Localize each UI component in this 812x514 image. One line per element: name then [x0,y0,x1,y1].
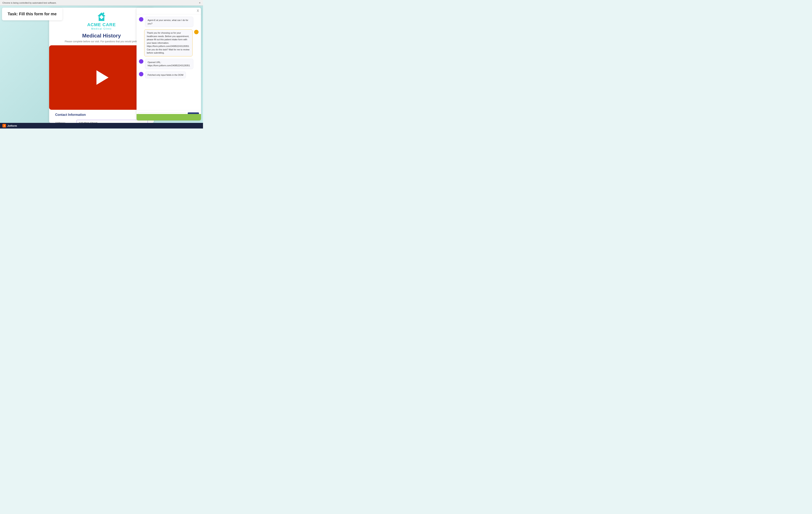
chat-panel: X Agent-E at your service, what can I do… [137,8,201,120]
chat-message-3: Opened URL: https://form.jotform.com/240… [139,59,199,69]
chat-bubble-3: Opened URL: https://form.jotform.com/240… [145,59,193,69]
chat-bubble-2: Thank you for choosing us for your healt… [144,29,193,56]
bottom-bar: J Jotform [0,123,203,128]
agent-avatar-1 [139,17,143,22]
jotform-logo: J Jotform [2,124,17,127]
user-avatar-2 [194,30,199,34]
jotform-text: Jotform [7,124,17,127]
task-title: Task: Fill this form for me [8,12,57,16]
agent-avatar-3 [139,59,143,64]
agent-avatar-4 [139,72,143,76]
chat-message-1: Agent-E at your service, what can I do f… [139,17,199,27]
chrome-close-button[interactable]: × [199,1,201,4]
main-area: Task: Fill this form for me ACME CARE Me… [0,6,203,128]
logo-subtitle: Medical Clinic [91,27,112,30]
chat-message-4: Fetched only input fields in the DOM [139,72,199,79]
logo-brand: ACME CARE [87,22,116,27]
svg-rect-2 [100,16,103,18]
form-subtitle: Please complete before our visit. For qu… [55,40,148,43]
address-label: Address: [55,120,73,123]
jotform-icon: J [2,124,6,127]
chat-header: X [137,8,201,14]
chrome-automation-bar: Chrome is being controlled by automated … [0,0,203,6]
submit-bar [137,114,201,120]
chat-bubble-1: Agent-E at your service, what can I do f… [145,17,193,27]
chat-bubble-4: Fetched only input fields in the DOM [145,72,186,79]
logo-area: ACME CARE Medical Clinic [55,12,148,30]
form-title: Medical History [55,33,148,39]
contact-section-title: Contact Information [55,113,148,117]
chat-close-button[interactable]: X [197,9,199,12]
task-panel: Task: Fill this form for me [2,8,62,20]
logo-icon [96,12,107,22]
svg-point-3 [103,12,104,14]
chat-messages: Agent-E at your service, what can I do f… [137,14,201,110]
address-form-group: Address: Street Address Street Address L… [55,120,148,123]
play-button-icon [96,70,109,85]
chrome-automation-text: Chrome is being controlled by automated … [2,2,57,4]
chat-message-2: Thank you for choosing us for your healt… [139,29,199,56]
